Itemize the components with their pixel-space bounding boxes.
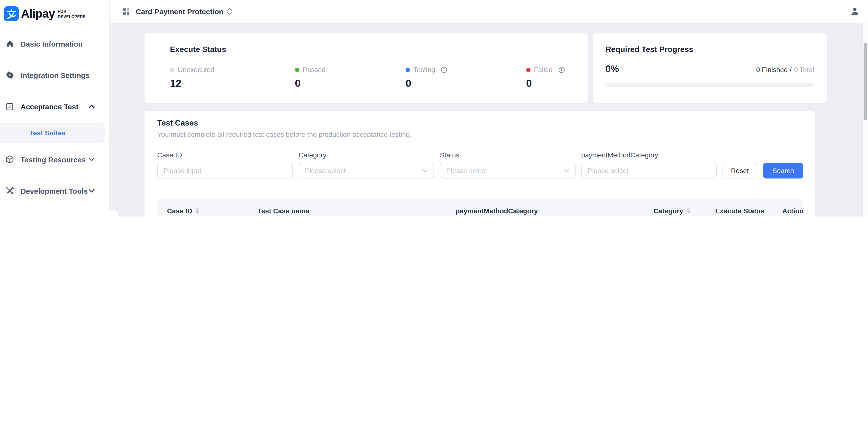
app-grid-icon[interactable]: [123, 8, 129, 15]
execute-status-stats: Unexecuted 12 Passed 0: [170, 66, 568, 89]
sidebar-item-label: Development Tools: [21, 186, 88, 195]
filter-case-id: Case ID: [157, 151, 293, 178]
column-execute-status: Execute Status: [715, 207, 782, 215]
sidebar-item-development-tools[interactable]: Development Tools: [0, 175, 109, 206]
status-select[interactable]: Please select: [440, 163, 575, 178]
sidebar-item-test-suites[interactable]: Test Suites: [0, 123, 105, 143]
app-switcher-icon[interactable]: [227, 8, 232, 15]
scrollbar-thumb[interactable]: [864, 43, 867, 120]
stat-value: 0: [526, 78, 568, 89]
execute-status-title: Execute Status: [170, 45, 568, 54]
column-case-id[interactable]: Case ID: [167, 207, 258, 215]
test-cases-card: Test Cases You must complete all require…: [145, 111, 815, 216]
sidebar-item-basic-information[interactable]: Basic Information: [0, 28, 109, 59]
tools-icon: [5, 186, 14, 195]
column-category[interactable]: Category: [653, 207, 715, 215]
sidebar-nav: Basic Information Integration Settings: [0, 28, 109, 206]
stat-unexecuted: Unexecuted 12: [170, 66, 295, 89]
filters-row: Case ID Category Please select Status Pl…: [157, 151, 803, 178]
sidebar-subitem-label: Test Suites: [29, 129, 65, 137]
gear-icon: [5, 70, 14, 80]
progress-bar: [606, 83, 814, 87]
column-action: Action: [782, 207, 794, 215]
info-icon[interactable]: [558, 66, 565, 73]
filter-category: Category Please select: [299, 151, 434, 178]
sidebar-item-label: Testing Resources: [21, 155, 86, 164]
passed-dot: [295, 67, 299, 72]
chevron-down-icon: [422, 169, 428, 172]
payment-method-category-select[interactable]: Please select: [581, 163, 717, 178]
table-header: Case ID Test Case name paymentMethodCate…: [157, 199, 803, 216]
required-test-progress-card: Required Test Progress 0% 0 Finished /0 …: [593, 33, 827, 103]
column-test-case-name: Test Case name: [258, 207, 456, 215]
filter-status: Status Please select: [440, 151, 575, 178]
case-id-input[interactable]: [157, 163, 293, 178]
reset-button[interactable]: Reset: [722, 163, 757, 178]
main-content: Execute Status Unexecuted 12 Passed: [110, 23, 868, 216]
clipboard-check-icon: [5, 102, 14, 111]
user-avatar-icon[interactable]: [850, 6, 860, 16]
stat-passed: Passed 0: [295, 66, 406, 89]
stat-failed: Failed 0: [526, 66, 568, 89]
filter-payment-method-category: paymentMethodCategory Please select: [581, 151, 717, 178]
sidebar-item-label: Integration Settings: [21, 71, 90, 79]
sidebar: Alipay FOR DEVELOPERS Basic Information: [0, 0, 110, 216]
brand-wordmark: Alipay: [21, 7, 55, 21]
sidebar-item-testing-resources[interactable]: Testing Resources: [0, 144, 109, 175]
chevron-down-icon[interactable]: [89, 189, 95, 193]
sort-icon[interactable]: [196, 208, 199, 214]
chevron-up-icon[interactable]: [89, 105, 95, 108]
app-window: Alipay FOR DEVELOPERS Basic Information: [0, 0, 868, 216]
failed-dot: [526, 67, 530, 72]
test-cases-title: Test Cases: [157, 119, 803, 127]
alipay-logo-icon: [4, 6, 19, 21]
chevron-down-icon[interactable]: [89, 157, 95, 161]
brand-logo: Alipay FOR DEVELOPERS: [0, 0, 109, 21]
stat-testing: Testing 0: [406, 66, 526, 89]
cube-icon: [5, 155, 14, 164]
test-cases-subtitle: You must complete all required test case…: [157, 131, 803, 138]
unexecuted-dot: [170, 67, 175, 72]
brand-tagline: FOR DEVELOPERS: [58, 9, 86, 20]
stat-value: 0: [406, 78, 526, 89]
progress-title: Required Test Progress: [606, 45, 814, 54]
chevron-down-icon: [564, 169, 569, 172]
search-button[interactable]: Search: [763, 163, 803, 178]
home-icon: [5, 39, 14, 48]
category-select[interactable]: Please select: [299, 163, 434, 178]
column-payment-method-category: paymentMethodCategory: [456, 207, 653, 215]
sidebar-item-label: Basic Information: [21, 39, 83, 48]
execute-status-card: Execute Status Unexecuted 12 Passed: [145, 33, 588, 103]
sidebar-item-label: Acceptance Test: [21, 102, 79, 111]
progress-counts: 0 Finished /0 Total: [756, 66, 814, 74]
sidebar-item-integration-settings[interactable]: Integration Settings: [0, 59, 109, 91]
progress-percent: 0%: [606, 64, 619, 75]
stat-value: 12: [170, 78, 295, 89]
info-icon[interactable]: [441, 66, 447, 73]
vertical-scrollbar[interactable]: [862, 23, 868, 216]
app-title[interactable]: Card Payment Protection: [136, 7, 223, 16]
stat-value: 0: [295, 78, 406, 89]
topbar: Card Payment Protection: [110, 0, 868, 23]
sort-icon[interactable]: [686, 208, 690, 214]
sidebar-item-acceptance-test[interactable]: Acceptance Test: [0, 91, 109, 122]
testing-dot: [406, 67, 410, 72]
